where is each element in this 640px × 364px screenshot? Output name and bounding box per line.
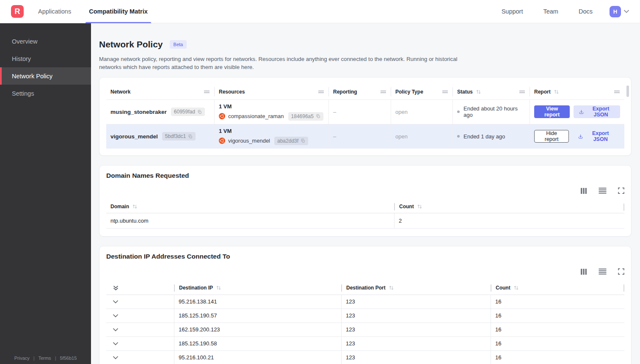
resource-name: compassionate_raman — [228, 113, 284, 119]
link-team[interactable]: Team — [543, 8, 558, 15]
column-header-status[interactable]: Status — [452, 87, 530, 97]
table-scrollbar[interactable] — [626, 85, 629, 97]
destination-row[interactable]: 95.216.100.21 123 16 — [106, 351, 624, 364]
chevron-down-icon — [113, 356, 118, 359]
column-resize-handle-icon[interactable] — [380, 90, 386, 94]
privacy-link[interactable]: Privacy — [14, 356, 30, 361]
destination-row[interactable]: 162.159.200.123 123 16 — [106, 323, 624, 337]
sidebar-item-history[interactable]: History — [0, 50, 91, 67]
column-header-count[interactable]: Count — [394, 203, 624, 210]
page-header: Network Policy Beta — [99, 39, 632, 50]
network-row[interactable]: musing_stonebraker 60959fad 1 VM compass… — [106, 99, 624, 124]
column-header-report[interactable]: Report — [530, 87, 624, 97]
double-chevron-down-icon — [113, 285, 119, 291]
network-name-cell: musing_stonebraker 60959fad — [106, 100, 214, 124]
tab-applications[interactable]: Applications — [38, 0, 71, 23]
status-dot-icon — [457, 135, 460, 138]
column-label: Reporting — [333, 89, 357, 95]
sort-icon — [417, 204, 422, 209]
resource-id-copy-button[interactable]: aba2dd3f — [274, 137, 308, 145]
network-row[interactable]: vigorous_mendel 5bdf3dc1 1 VM vigorous_m… — [106, 124, 624, 149]
export-json-label: Export JSON — [586, 130, 615, 142]
sidebar-item-network-policy[interactable]: Network Policy — [0, 67, 91, 85]
resource-id: 184696a5 — [291, 113, 314, 119]
network-id: 60959fad — [174, 109, 195, 115]
resource-id-copy-button[interactable]: 184696a5 — [288, 112, 323, 121]
sort-icon — [389, 285, 394, 290]
domains-toolbar — [106, 188, 624, 194]
sidebar-footer: Privacy | Terms | 5f56b15 — [0, 356, 91, 361]
column-header-count[interactable]: Count — [491, 284, 624, 292]
row-expand-button[interactable] — [106, 323, 174, 336]
column-header-resources[interactable]: Resources — [214, 87, 328, 97]
sidebar-item-settings[interactable]: Settings — [0, 85, 91, 102]
column-label: Network — [110, 89, 130, 95]
tab-compatibility-matrix[interactable]: Compatibility Matrix — [89, 0, 148, 23]
footer-divider: | — [33, 356, 35, 361]
network-id-copy-button[interactable]: 60959fad — [171, 108, 205, 116]
link-docs[interactable]: Docs — [579, 8, 593, 15]
destination-row[interactable]: 185.125.190.58 123 16 — [106, 337, 624, 351]
count-cell: 2 — [394, 213, 624, 228]
destination-ip-cell: 95.216.138.141 — [174, 295, 341, 309]
domain-row[interactable]: ntp.ubuntu.com 2 — [106, 213, 624, 229]
resource-name: vigorous_mendel — [228, 138, 270, 144]
column-label: Domain — [110, 204, 129, 210]
status-text: Ended 1 day ago — [463, 133, 505, 140]
column-resize-handle-icon[interactable] — [204, 90, 210, 94]
destination-row[interactable]: 95.216.138.141 123 16 — [106, 295, 624, 309]
rows-density-icon[interactable] — [599, 268, 607, 275]
count-cell: 16 — [491, 295, 624, 309]
copy-icon — [197, 110, 202, 114]
network-id-copy-button[interactable]: 5bdf3dc1 — [162, 132, 196, 141]
chevron-down-icon[interactable] — [624, 10, 629, 13]
user-menu[interactable]: H — [610, 6, 629, 17]
export-json-button[interactable]: Export JSON — [574, 105, 620, 118]
column-label: Destination IP — [179, 285, 213, 291]
fullscreen-icon[interactable] — [618, 268, 624, 275]
column-label: Policy Type — [395, 89, 423, 95]
column-header-destination-port[interactable]: Destination Port — [341, 284, 491, 292]
avatar[interactable]: H — [610, 6, 621, 17]
column-resize-handle-icon[interactable] — [442, 90, 448, 94]
terms-link[interactable]: Terms — [39, 356, 51, 361]
count-cell: 16 — [491, 337, 624, 350]
view-report-button[interactable]: View report — [534, 105, 570, 118]
copy-icon — [301, 138, 305, 143]
row-expand-button[interactable] — [106, 295, 174, 309]
row-expand-button[interactable] — [106, 337, 174, 350]
column-header-policy-type[interactable]: Policy Type — [391, 87, 452, 97]
destination-row[interactable]: 185.125.190.57 123 16 — [106, 309, 624, 323]
network-id: 5bdf3dc1 — [165, 133, 186, 139]
column-header-network[interactable]: Network — [106, 87, 214, 97]
sort-icon — [476, 89, 481, 94]
domains-table: Domain Count ntp.ubuntu.com 2 — [106, 201, 624, 229]
destination-port-cell: 123 — [341, 309, 491, 323]
chevron-down-icon — [113, 314, 118, 317]
export-json-label: Export JSON — [587, 106, 615, 118]
row-expand-button[interactable] — [106, 351, 174, 364]
columns-icon[interactable] — [580, 268, 587, 275]
column-header-reporting[interactable]: Reporting — [328, 87, 391, 97]
sidebar-item-overview[interactable]: Overview — [0, 33, 91, 50]
sort-icon — [513, 285, 519, 290]
column-resize-handle-icon[interactable] — [318, 90, 324, 94]
status-dot-icon — [457, 110, 460, 113]
expand-all-button[interactable] — [106, 284, 174, 292]
rows-density-icon[interactable] — [599, 188, 607, 194]
destinations-card: Destination IP Addresses Connected To De… — [99, 246, 632, 364]
column-header-destination-ip[interactable]: Destination IP — [174, 284, 341, 292]
vm-count: 1 VM — [219, 128, 232, 134]
fullscreen-icon[interactable] — [618, 188, 624, 194]
column-header-domain[interactable]: Domain — [106, 203, 394, 210]
brand-logo[interactable]: R — [11, 5, 24, 18]
export-json-button[interactable]: Export JSON — [573, 130, 620, 143]
column-label: Status — [457, 89, 473, 95]
columns-icon[interactable] — [580, 188, 587, 194]
link-support[interactable]: Support — [502, 8, 523, 15]
row-expand-button[interactable] — [106, 309, 174, 323]
copy-icon — [188, 134, 193, 139]
column-resize-handle-icon[interactable] — [519, 90, 525, 94]
hide-report-button[interactable]: Hide report — [534, 130, 569, 143]
column-resize-handle-icon[interactable] — [614, 90, 620, 94]
